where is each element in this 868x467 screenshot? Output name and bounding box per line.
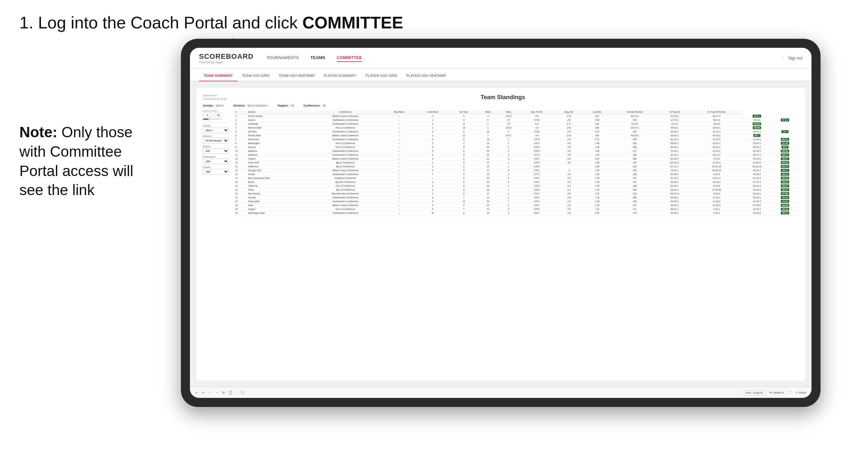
- tab-player-h2h-heatmap[interactable]: PLAYER H2H HEATMAP: [402, 74, 451, 82]
- nav-committee[interactable]: COMMITTEE: [337, 54, 362, 62]
- card-header: Update time: 27/03/2024 16:56:26 Team St…: [203, 94, 799, 101]
- gender-label: Gender:: [203, 104, 214, 107]
- conference-select[interactable]: (All): [203, 159, 229, 164]
- conference-value: All: [322, 104, 326, 107]
- col-low-rd: Low Rd.: [583, 110, 612, 114]
- max-input[interactable]: [214, 113, 223, 117]
- scoreboard-logo: SCOREBOARD Powered by clippd: [199, 52, 254, 64]
- table-row: 15Georgia TechAtlantic Coast Conference—…: [234, 168, 799, 173]
- gender-select-group: Gender Men's: [203, 125, 229, 133]
- nav-tournaments[interactable]: TOURNAMENTS: [267, 54, 299, 62]
- undo-icon[interactable]: ↩: [195, 391, 198, 394]
- table-body: 1North CarolinaAtlantic Coast Conference…: [234, 114, 799, 215]
- table-row: 20TexasBig 12 Conference—38267278.9-0.71…: [234, 188, 799, 192]
- standings-table: # School Conference Reg Rank Conf Rank N…: [234, 110, 799, 215]
- school-select[interactable]: (All): [203, 169, 229, 175]
- slider-fill: [203, 119, 209, 120]
- col-rank: #: [234, 110, 246, 114]
- watch-button[interactable]: 👁 Watch ▾: [770, 391, 784, 394]
- table-row: 17East Tennessee StateSouthern Conferenc…: [234, 176, 799, 180]
- paste-icon[interactable]: 📋: [228, 391, 232, 394]
- min-input[interactable]: [203, 113, 212, 117]
- min-rounds-label: Minimum Rou...: [203, 110, 229, 112]
- share-icon: ↗: [795, 391, 798, 394]
- note-bold: Note:: [20, 124, 58, 141]
- table-row: 25OregonPac-12 Conference—57212279.5-3.1…: [234, 207, 799, 211]
- col-adj-to-par: Adj. To Par: [519, 110, 555, 114]
- redo-icon[interactable]: ↪: [202, 391, 204, 394]
- update-time-label: Update time:: [203, 94, 226, 97]
- region-select[interactable]: N/A: [203, 148, 229, 154]
- table-row: 8WashingtonPac-12 Conference—28231276.3-…: [234, 142, 799, 145]
- col-vs-top25: Vs Top 25: [658, 110, 691, 114]
- conference-select-group: Conference (All): [203, 156, 229, 164]
- tab-player-h2h-grid[interactable]: PLAYER H2H GRID: [361, 74, 402, 82]
- gender-value: Men's: [216, 104, 224, 107]
- table-row: 4Arizona StatePac-12 Conference—1261274.…: [234, 126, 799, 130]
- card-body: Minimum Rou... Gender Men's: [203, 110, 799, 215]
- update-time: Update time: 27/03/2024 16:56:26: [203, 94, 226, 101]
- main-nav: TOURNAMENTS TEAMS COMMITTEE: [267, 54, 783, 62]
- back-icon[interactable]: ←: [208, 391, 211, 394]
- table-row: 11ArkansasSoutheastern Conference—682232…: [234, 153, 799, 157]
- view-original-button[interactable]: View: Original: [742, 390, 766, 395]
- region-select-label: Region: [203, 145, 229, 148]
- table-row: 12VirginiaAtlantic Coast Conference—3821…: [234, 157, 799, 161]
- logo-main: SCOREBOARD: [199, 52, 254, 61]
- nav-teams[interactable]: TEAMS: [310, 54, 325, 62]
- col-wins: Wins: [498, 110, 519, 114]
- table-row: 22GeorgiaSoutheastern Conference—8721127…: [234, 196, 799, 199]
- division-value: NCAA Division I: [247, 104, 268, 107]
- filters-row: Gender: Men's Division: NCAA Division I …: [203, 104, 799, 107]
- note-text: Note: Only those with Committee Portal a…: [20, 123, 142, 200]
- update-time-value: 27/03/2024 16:56:26: [203, 97, 226, 101]
- step-bold: COMMITTEE: [302, 13, 403, 32]
- forward-icon[interactable]: →: [215, 391, 218, 394]
- standings-table-area: # School Conference Reg Rank Conf Rank N…: [234, 110, 799, 215]
- gender-select[interactable]: Men's: [203, 128, 229, 133]
- filter-division: Division: NCAA Division I: [233, 104, 268, 107]
- table-row: 24DukeAtlantic Coast Conference—59271279…: [234, 204, 799, 207]
- division-select-group: Division NCAA Division I: [203, 135, 229, 144]
- table-row: 1North CarolinaAtlantic Coast Conference…: [234, 114, 799, 118]
- division-select[interactable]: NCAA Division I: [203, 138, 229, 144]
- conference-label: Conference:: [303, 104, 320, 107]
- logo-sub: Powered by clippd: [199, 61, 254, 64]
- range-slider[interactable]: [203, 119, 222, 120]
- tab-team-h2h-grid[interactable]: TEAM H2H GRID: [238, 74, 274, 82]
- filter-conference: Conference: All: [303, 104, 326, 107]
- col-reg-rank: Reg Rank: [383, 110, 415, 114]
- table-row: 14OklahomaBig 12 Conference—24242276.91.…: [234, 165, 799, 168]
- division-label: Division:: [233, 104, 246, 107]
- bottom-toolbar: ↩ ↪ ← → ⧉ 📋 🕐 View: Original 👁 Watch ▾ ⛶…: [190, 387, 811, 398]
- table-row: 21New MexicoMountain West Conference—182…: [234, 192, 799, 196]
- col-avg-sg: Avg. SG: [555, 110, 583, 114]
- col-conference: Conference: [308, 110, 383, 114]
- tab-player-summary[interactable]: PLAYER SUMMARY: [319, 74, 361, 82]
- table-row: 5Ole MissSoutheastern Conference—3618127…: [234, 130, 799, 134]
- tablet-device: SCOREBOARD Powered by clippd TOURNAMENTS…: [181, 39, 820, 407]
- conference-select-label: Conference: [203, 156, 229, 158]
- table-row: 18IllinoisBig Ten Conference—18231279.1-…: [234, 180, 799, 184]
- tab-team-h2h-heatmap[interactable]: TEAM H2H HEATMAP: [274, 74, 319, 82]
- clock-icon: 🕐: [240, 391, 244, 394]
- table-header-row: # School Conference Reg Rank Conf Rank N…: [234, 110, 799, 114]
- copy-icon[interactable]: ⧉: [222, 391, 224, 395]
- left-filters: Minimum Rou... Gender Men's: [203, 110, 229, 215]
- region-label: Region:: [278, 104, 289, 107]
- table-row: 3VanderbiltSoutheastern Conference—28127…: [234, 122, 799, 126]
- share-label: Share: [799, 391, 806, 394]
- share-button[interactable]: ↗ Share: [795, 391, 806, 394]
- table-row: 10AlabamaSoutheastern Conference—5823327…: [234, 149, 799, 153]
- region-value: All: [290, 104, 293, 107]
- content-card: Update time: 27/03/2024 16:56:26 Team St…: [196, 88, 805, 380]
- region-select-group: Region N/A: [203, 145, 229, 154]
- sign-out-button[interactable]: Sign out: [783, 56, 802, 60]
- division-select-label: Division: [203, 135, 229, 137]
- table-row: 7TennesseeSoutheastern Conference—461822…: [234, 137, 799, 142]
- filter-region: Region: All: [278, 104, 294, 107]
- expand-icon[interactable]: ⛶: [788, 391, 791, 394]
- tab-team-summary[interactable]: TEAM SUMMARY: [199, 74, 238, 82]
- col-conf-rank: Conf Rank: [415, 110, 450, 114]
- app-header: SCOREBOARD Powered by clippd TOURNAMENTS…: [190, 48, 811, 68]
